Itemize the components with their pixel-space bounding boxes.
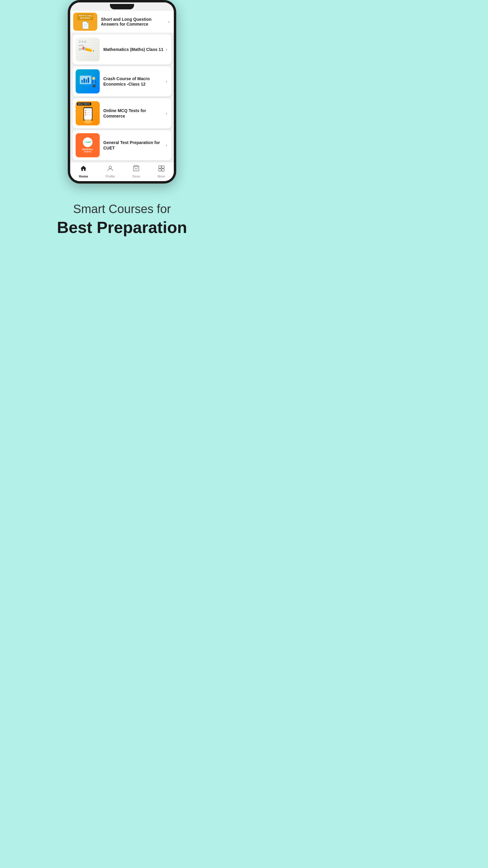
cuet-thumbnail: ✓CUET GENERALTESTS [76, 133, 100, 157]
svg-point-6 [92, 77, 95, 80]
svg-point-20 [84, 119, 92, 124]
mcq-thumbnail: MCQ TESTS [76, 101, 100, 125]
chevron-icon: › [166, 79, 168, 84]
svg-point-16 [85, 112, 86, 113]
chevron-icon: › [168, 19, 171, 24]
svg-rect-11 [94, 84, 96, 87]
more-label: More [158, 175, 165, 178]
econ-thumbnail [76, 69, 100, 93]
svg-rect-5 [88, 78, 89, 83]
svg-point-18 [85, 114, 86, 116]
nav-home[interactable]: Home [79, 165, 88, 178]
econ-illustration [77, 71, 98, 92]
home-label: Home [79, 175, 88, 178]
list-item-math[interactable]: ✏️ 1+1=2x²+y∫dx Mathematics (Maths) Clas… [73, 34, 171, 64]
svg-rect-10 [93, 84, 94, 87]
smart-courses-text: Smart Courses for [12, 202, 232, 216]
phone-frame: Short & LongQuestions 📄 Short and Long Q… [68, 0, 176, 184]
mcq-title: Online MCQ Tests for Commerce [100, 108, 166, 119]
svg-point-14 [85, 110, 86, 111]
svg-rect-17 [87, 113, 91, 113]
short-long-title: Short and Long Question Answers for Comm… [97, 17, 168, 27]
bottom-text-section: Smart Courses for Best Preparation [0, 184, 244, 254]
chevron-icon: › [166, 47, 168, 52]
svg-rect-13 [84, 108, 92, 120]
notch [110, 4, 134, 9]
svg-rect-4 [86, 79, 87, 83]
svg-rect-24 [159, 169, 161, 171]
store-label: Store [132, 175, 140, 178]
cuet-logo: ✓CUET [83, 137, 93, 147]
status-bar [70, 2, 174, 11]
home-icon [80, 165, 87, 174]
svg-rect-9 [95, 80, 96, 83]
svg-rect-19 [87, 115, 91, 115]
mcq-illustration [78, 103, 98, 124]
short-long-thumbnail: Short & LongQuestions 📄 [73, 13, 97, 31]
nav-more[interactable]: More [158, 165, 165, 178]
mcq-badge: MCQ TESTS [77, 102, 91, 105]
svg-rect-22 [159, 166, 161, 168]
math-text: 1+1=2x²+y∫dx [78, 40, 87, 51]
math-thumbnail: ✏️ 1+1=2x²+y∫dx [76, 37, 100, 61]
store-icon [133, 165, 140, 174]
cuet-title: General Test Preparation for CUET [100, 140, 166, 151]
profile-label: Profile [105, 175, 115, 178]
more-icon [158, 165, 165, 174]
nav-store[interactable]: Store [132, 165, 140, 178]
list-item-macro-econ[interactable]: Crash Course of Macro Economics -Class 1… [73, 66, 171, 96]
chevron-icon: › [166, 143, 168, 148]
chevron-icon: › [166, 111, 168, 116]
svg-rect-2 [82, 80, 83, 83]
svg-point-21 [109, 166, 111, 168]
bottom-nav: Home Profile Store [70, 162, 174, 181]
svg-rect-25 [162, 169, 164, 171]
paper-icon: 📄 [82, 22, 90, 29]
best-preparation-text: Best Preparation [12, 218, 232, 236]
math-title: Mathematics (Maths) Class 11 [100, 47, 166, 52]
partial-card[interactable]: Short & LongQuestions 📄 Short and Long Q… [70, 11, 174, 33]
svg-rect-3 [84, 79, 85, 83]
phone-screen: Short & LongQuestions 📄 Short and Long Q… [70, 2, 174, 181]
cuet-badge-text: GENERALTESTS [82, 148, 93, 153]
short-long-badge: Short & LongQuestions [77, 14, 93, 20]
svg-rect-8 [92, 80, 93, 83]
svg-rect-15 [87, 110, 91, 111]
svg-rect-23 [162, 166, 164, 168]
nav-profile[interactable]: Profile [105, 165, 115, 178]
list-item-cuet[interactable]: ✓CUET GENERALTESTS General Test Preparat… [73, 130, 171, 160]
list-item-mcq[interactable]: MCQ TESTS Online MCQ Tests f [73, 98, 171, 128]
cuet-badge-outer: ✓CUET GENERALTESTS [76, 133, 100, 157]
profile-icon [107, 165, 114, 174]
macro-econ-title: Crash Course of Macro Economics -Class 1… [100, 76, 166, 87]
